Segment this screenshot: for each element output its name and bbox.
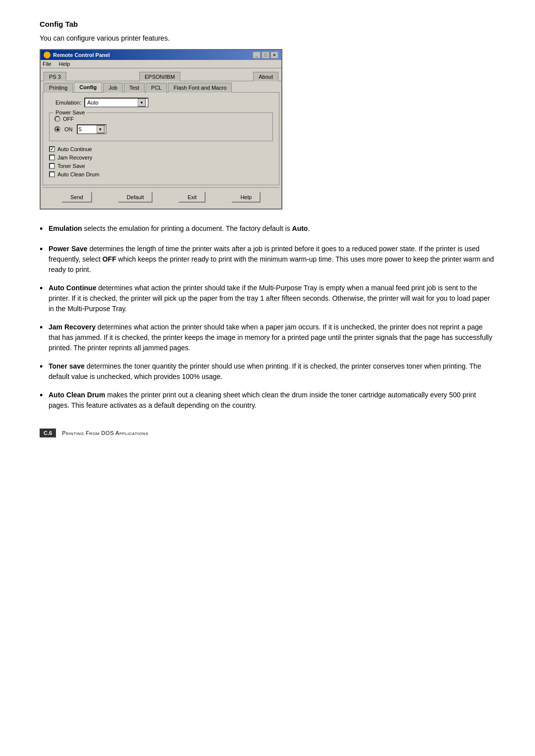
checkbox-jam-recovery-row: Jam Recovery [49,155,273,161]
term-off: OFF [103,255,116,263]
titlebar-buttons: _ □ × [253,52,278,58]
power-save-dropdown-arrow[interactable]: ▼ [97,125,105,133]
radio-on-label: ON [64,126,73,132]
tab-pcl[interactable]: PCL [146,83,167,93]
term-emulation: Emulation [49,224,82,232]
bullet-list: • Emulation selects the emulation for pr… [40,223,495,411]
checkbox-auto-clean-drum-row: Auto Clean Drum [49,171,273,177]
intro-text: You can configure various printer featur… [40,34,495,42]
checkbox-auto-continue[interactable] [49,146,55,152]
checkbox-toner-save-label: Toner Save [57,163,85,169]
bullet-text-jam-recovery: Jam Recovery determines what action the … [49,322,495,353]
checkbox-auto-continue-label: Auto Continue [57,146,92,152]
minimize-button[interactable]: _ [253,52,261,58]
bullet-dot-4: • [40,321,49,334]
checkbox-auto-continue-row: Auto Continue [49,146,273,152]
term-auto: Auto [292,224,308,232]
radio-off[interactable] [54,116,60,122]
emulation-value: Auto [87,100,99,106]
tab-printing[interactable]: Printing [44,83,73,93]
dialog-window: Remote Control Panel _ □ × File Help PS … [40,49,282,210]
term-auto-continue: Auto Continue [49,284,96,292]
term-auto-clean-drum: Auto Clean Drum [49,391,105,399]
bullet-text-power-save: Power Save determines the length of time… [49,244,495,275]
list-item-auto-clean-drum: • Auto Clean Drum makes the printer prin… [40,390,495,411]
list-item-emulation: • Emulation selects the emulation for pr… [40,223,495,236]
tab-ps3[interactable]: PS 3 [44,72,66,81]
tab-row-2: Printing Config Job Test PCL Flash Font … [41,81,281,92]
emulation-label: Emulation: [49,100,81,106]
list-item-toner-save: • Toner save determines the toner quanti… [40,361,495,382]
checkbox-toner-save[interactable] [49,163,55,169]
bullet-dot-6: • [40,389,49,402]
close-button[interactable]: × [270,52,278,58]
checkbox-jam-recovery-label: Jam Recovery [57,155,92,161]
titlebar-icon [44,52,51,58]
menu-file[interactable]: File [43,61,52,67]
power-save-value: 5 [79,126,82,132]
tab-flash[interactable]: Flash Font and Macro [168,83,232,93]
tab-group-1: PS 3 [44,71,66,81]
menu-help[interactable]: Help [59,61,70,67]
bullet-dot-1: • [40,222,49,236]
checkbox-toner-save-row: Toner Save [49,163,273,169]
list-item-auto-continue: • Auto Continue determines what action t… [40,283,495,314]
power-save-group: Power Save OFF ON 5 ▼ [49,112,273,141]
bullet-text-toner-save: Toner save determines the toner quantity… [49,361,495,382]
tab-epsonibm[interactable]: EPSON/IBM [139,72,180,81]
tab-job[interactable]: Job [103,83,123,93]
term-toner-save: Toner save [49,362,85,370]
power-save-on-row: ON 5 ▼ [54,124,268,134]
tab-group-3: About [253,71,278,81]
restore-button[interactable]: □ [262,52,269,58]
radio-off-label: OFF [63,116,74,122]
bullet-dot-5: • [40,360,49,374]
tab-row-1: PS 3 EPSON/IBM About [41,68,281,81]
list-item-power-save: • Power Save determines the length of ti… [40,244,495,275]
emulation-row: Emulation: Auto ▼ [49,98,273,108]
dialog-titlebar: Remote Control Panel _ □ × [41,50,281,60]
dialog-menubar: File Help [41,60,281,68]
bullet-text-auto-continue: Auto Continue determines what action the… [49,283,495,314]
default-button[interactable]: Default [118,192,153,203]
bullet-text-auto-clean-drum: Auto Clean Drum makes the printer print … [49,390,495,411]
emulation-select[interactable]: Auto ▼ [84,98,149,108]
power-save-legend: Power Save [54,109,87,115]
tab-group-2: EPSON/IBM [139,71,180,81]
list-item-jam-recovery: • Jam Recovery determines what action th… [40,322,495,353]
page-content: Config Tab You can configure various pri… [40,20,495,437]
tab-config[interactable]: Config [74,82,102,92]
term-power-save: Power Save [49,245,88,253]
page-footer: C.6 Printing From DOS Applications [40,429,495,437]
dialog-title: Remote Control Panel [53,52,110,58]
footer-text: Printing From DOS Applications [62,430,148,436]
checkbox-jam-recovery[interactable] [49,155,55,161]
power-save-value-select[interactable]: 5 ▼ [77,124,107,134]
section-title: Config Tab [40,20,495,28]
exit-button[interactable]: Exit [178,192,206,203]
footer-badge: C.6 [40,429,56,437]
term-jam-recovery: Jam Recovery [49,323,96,331]
help-button[interactable]: Help [231,192,261,203]
emulation-dropdown-arrow[interactable]: ▼ [138,99,146,107]
dialog-footer: Send Default Exit Help [43,187,279,207]
bullet-text-emulation: Emulation selects the emulation for prin… [49,223,495,234]
bullet-dot-3: • [40,282,49,295]
power-save-off-row: OFF [54,116,268,122]
send-button[interactable]: Send [61,192,92,203]
tab-about[interactable]: About [253,72,278,81]
titlebar-left: Remote Control Panel [44,52,110,58]
dialog-body: Emulation: Auto ▼ Power Save OFF ON 5 [43,92,279,185]
checkbox-auto-clean-drum[interactable] [49,171,55,177]
bullet-dot-2: • [40,243,49,256]
tab-test[interactable]: Test [124,83,145,93]
checkbox-auto-clean-drum-label: Auto Clean Drum [57,171,99,177]
radio-on[interactable] [54,126,60,132]
